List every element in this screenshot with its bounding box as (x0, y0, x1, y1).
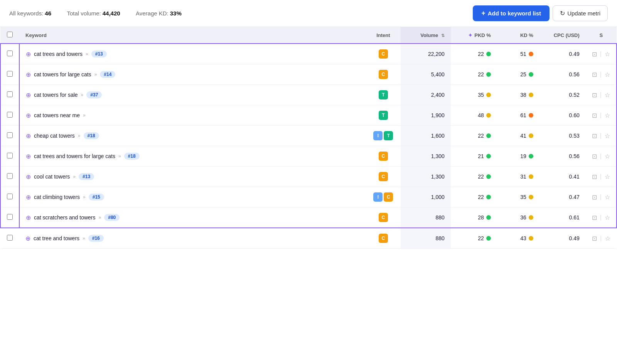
serp-icon[interactable]: ⊡ (592, 194, 597, 201)
pkd-value: 22 (478, 194, 484, 200)
add-keyword-icon[interactable]: ⊕ (26, 194, 31, 201)
row-checkbox-cell[interactable] (0, 126, 19, 146)
table-row: ⊕cat scratchers and towers»#80C88028360.… (0, 207, 617, 228)
row-checkbox[interactable] (7, 214, 13, 220)
pkd-cell: 48 (451, 105, 497, 126)
add-keyword-icon[interactable]: ⊕ (26, 71, 31, 78)
star-icon[interactable]: ☆ (605, 51, 610, 58)
row-checkbox[interactable] (7, 132, 13, 138)
star-icon[interactable]: ☆ (605, 112, 610, 119)
intent-cell: C (366, 228, 401, 249)
actions-cell: ⊡ | ☆ (586, 64, 617, 85)
pkd-cell: 22 (451, 167, 497, 187)
star-icon[interactable]: ☆ (605, 153, 610, 160)
row-checkbox-cell[interactable] (0, 207, 19, 228)
star-icon[interactable]: ☆ (605, 173, 610, 180)
pkd-cell: 22 (451, 187, 497, 207)
serp-icon[interactable]: ⊡ (592, 153, 597, 160)
add-keyword-icon[interactable]: ⊕ (26, 91, 31, 99)
star-icon[interactable]: ☆ (605, 194, 610, 201)
keyword-text: cat tree and towers (34, 235, 79, 241)
serp-icon[interactable]: ⊡ (592, 51, 597, 58)
keyword-chevrons[interactable]: » (81, 92, 84, 98)
header-checkbox-cell[interactable] (0, 27, 19, 44)
serp-icon[interactable]: ⊡ (592, 214, 597, 221)
rank-badge: #14 (100, 71, 115, 78)
row-checkbox-cell[interactable] (0, 105, 19, 126)
cpc-cell: 0.53 (539, 126, 586, 146)
row-checkbox[interactable] (7, 51, 13, 56)
add-keyword-icon[interactable]: ⊕ (26, 132, 31, 140)
kd-value: 51 (520, 51, 526, 57)
keyword-chevrons[interactable]: » (78, 133, 81, 138)
intent-cell: C (366, 44, 401, 64)
add-keyword-icon[interactable]: ⊕ (26, 173, 31, 180)
keyword-chevrons[interactable]: » (99, 215, 101, 220)
volume-cell: 1,300 (401, 167, 451, 187)
row-checkbox-cell[interactable] (0, 146, 19, 167)
star-icon[interactable]: ☆ (605, 71, 610, 78)
row-checkbox[interactable] (7, 153, 13, 158)
select-all-checkbox[interactable] (7, 32, 13, 37)
keyword-cell: ⊕cat trees and towers for large cats»#18 (19, 146, 366, 167)
all-keywords-value: 46 (45, 10, 51, 17)
add-keyword-icon[interactable]: ⊕ (26, 51, 31, 58)
rank-badge: #13 (79, 173, 94, 180)
intent-cell: IC (366, 187, 401, 207)
keyword-chevrons[interactable]: » (94, 72, 97, 77)
add-keyword-icon[interactable]: ⊕ (25, 235, 30, 242)
add-keyword-icon[interactable]: ⊕ (26, 153, 31, 160)
row-checkbox[interactable] (7, 71, 13, 77)
rank-badge: #15 (89, 194, 104, 201)
intent-cell: T (366, 105, 401, 126)
kd-value: 31 (520, 174, 526, 180)
serp-icon[interactable]: ⊡ (592, 112, 597, 119)
row-checkbox[interactable] (7, 91, 13, 97)
intent-badge-c: C (379, 152, 388, 161)
serp-icon[interactable]: ⊡ (592, 173, 597, 180)
star-icon[interactable]: ☆ (605, 214, 610, 221)
serp-icon[interactable]: ⊡ (592, 132, 597, 140)
pkd-value: 22 (478, 235, 484, 241)
row-checkbox[interactable] (7, 173, 13, 179)
keyword-chevrons[interactable]: » (83, 113, 86, 118)
total-volume-label: Total volume: (67, 10, 101, 17)
add-to-keyword-list-button[interactable]: + Add to keyword list (473, 5, 550, 21)
keyword-chevrons[interactable]: » (86, 51, 88, 57)
row-checkbox-cell[interactable] (0, 187, 19, 207)
add-keyword-icon[interactable]: ⊕ (26, 112, 31, 119)
star-icon[interactable]: ☆ (605, 91, 610, 99)
keyword-chevrons[interactable]: » (83, 194, 86, 200)
pkd-cell: 22 (451, 126, 497, 146)
kd-dot (529, 52, 533, 56)
row-checkbox[interactable] (7, 194, 13, 199)
actions-cell: ⊡ | ☆ (586, 126, 617, 146)
keyword-chevrons[interactable]: » (73, 174, 76, 179)
keyword-chevrons[interactable]: » (118, 153, 121, 159)
action-sep: | (600, 173, 602, 180)
serp-icon[interactable]: ⊡ (592, 71, 597, 78)
row-checkbox-cell[interactable] (0, 228, 19, 249)
row-checkbox-cell[interactable] (0, 167, 19, 187)
row-checkbox-cell[interactable] (0, 44, 19, 64)
row-checkbox-cell[interactable] (0, 85, 19, 105)
add-keyword-icon[interactable]: ⊕ (26, 214, 31, 221)
cpc-cell: 0.56 (539, 64, 586, 85)
row-checkbox[interactable] (7, 112, 13, 118)
rank-badge: #18 (124, 153, 140, 160)
row-checkbox[interactable] (7, 235, 13, 241)
kd-dot (529, 113, 533, 118)
serp-icon[interactable]: ⊡ (592, 235, 597, 242)
star-icon[interactable]: ☆ (605, 235, 610, 242)
pkd-value: 22 (478, 133, 484, 139)
row-checkbox-cell[interactable] (0, 64, 19, 85)
keyword-text: cat towers near me (34, 112, 80, 118)
star-icon[interactable]: ☆ (605, 132, 610, 140)
serp-icon[interactable]: ⊡ (592, 91, 597, 99)
volume-cell: 1,900 (401, 105, 451, 126)
keyword-chevrons[interactable]: » (83, 236, 85, 241)
col-header-volume[interactable]: Volume ⇅ (401, 27, 451, 44)
volume-cell: 22,200 (401, 44, 451, 64)
volume-cell: 880 (401, 228, 451, 249)
update-metrics-button[interactable]: ↻ Update metri (553, 5, 608, 21)
